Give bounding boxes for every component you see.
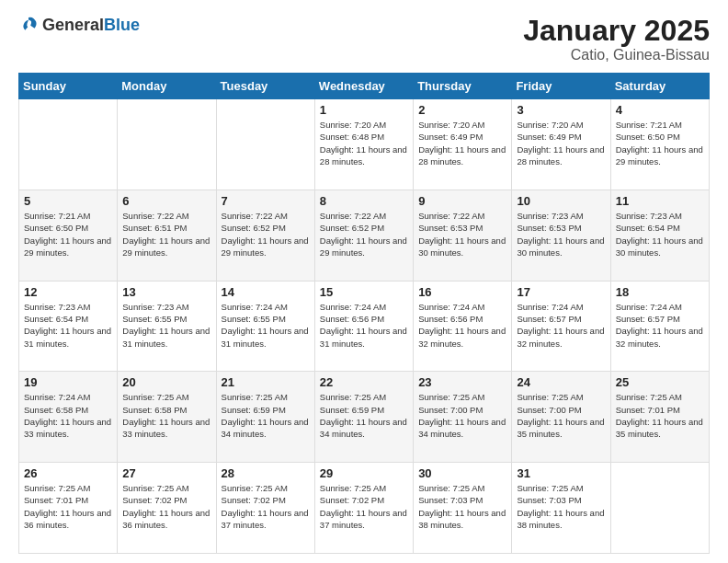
col-tuesday: Tuesday <box>216 74 314 99</box>
page-title: January 2025 <box>523 15 710 47</box>
day-info: Sunrise: 7:23 AMSunset: 6:53 PMDaylight:… <box>517 210 605 259</box>
calendar-cell: 1Sunrise: 7:20 AMSunset: 6:48 PMDaylight… <box>314 99 413 190</box>
day-info: Sunrise: 7:24 AMSunset: 6:57 PMDaylight:… <box>616 301 704 350</box>
calendar-header-row: Sunday Monday Tuesday Wednesday Thursday… <box>19 74 710 99</box>
calendar-cell: 4Sunrise: 7:21 AMSunset: 6:50 PMDaylight… <box>610 99 709 190</box>
calendar-cell: 30Sunrise: 7:25 AMSunset: 7:03 PMDayligh… <box>414 463 512 554</box>
day-info: Sunrise: 7:22 AMSunset: 6:53 PMDaylight:… <box>418 210 506 259</box>
calendar-cell: 20Sunrise: 7:25 AMSunset: 6:58 PMDayligh… <box>118 372 216 463</box>
calendar-cell <box>19 99 118 190</box>
calendar-cell: 28Sunrise: 7:25 AMSunset: 7:02 PMDayligh… <box>216 463 314 554</box>
day-number: 19 <box>24 375 112 389</box>
calendar-cell: 17Sunrise: 7:24 AMSunset: 6:57 PMDayligh… <box>512 281 610 372</box>
calendar-cell: 3Sunrise: 7:20 AMSunset: 6:49 PMDaylight… <box>512 99 610 190</box>
day-info: Sunrise: 7:25 AMSunset: 7:02 PMDaylight:… <box>122 482 210 531</box>
day-info: Sunrise: 7:25 AMSunset: 7:02 PMDaylight:… <box>222 482 310 531</box>
calendar-cell: 15Sunrise: 7:24 AMSunset: 6:56 PMDayligh… <box>314 281 413 372</box>
day-number: 28 <box>222 466 310 480</box>
day-number: 24 <box>517 375 605 389</box>
calendar-week-row: 26Sunrise: 7:25 AMSunset: 7:01 PMDayligh… <box>19 463 710 554</box>
day-info: Sunrise: 7:25 AMSunset: 6:59 PMDaylight:… <box>222 391 310 440</box>
calendar-cell: 9Sunrise: 7:22 AMSunset: 6:53 PMDaylight… <box>414 190 512 281</box>
day-info: Sunrise: 7:25 AMSunset: 7:03 PMDaylight:… <box>517 482 605 531</box>
calendar-cell <box>610 463 709 554</box>
day-info: Sunrise: 7:24 AMSunset: 6:56 PMDaylight:… <box>320 301 408 350</box>
calendar-cell: 12Sunrise: 7:23 AMSunset: 6:54 PMDayligh… <box>19 281 118 372</box>
day-number: 3 <box>517 103 605 117</box>
day-number: 14 <box>222 285 310 299</box>
day-info: Sunrise: 7:25 AMSunset: 7:00 PMDaylight:… <box>418 391 506 440</box>
day-info: Sunrise: 7:24 AMSunset: 6:57 PMDaylight:… <box>517 301 605 350</box>
day-number: 5 <box>24 194 112 208</box>
day-info: Sunrise: 7:25 AMSunset: 7:01 PMDaylight:… <box>24 482 112 531</box>
day-number: 15 <box>320 285 408 299</box>
day-info: Sunrise: 7:25 AMSunset: 6:59 PMDaylight:… <box>320 391 408 440</box>
title-block: January 2025 Catio, Guinea-Bissau <box>523 15 710 63</box>
calendar-cell: 31Sunrise: 7:25 AMSunset: 7:03 PMDayligh… <box>512 463 610 554</box>
calendar-week-row: 19Sunrise: 7:24 AMSunset: 6:58 PMDayligh… <box>19 372 710 463</box>
day-info: Sunrise: 7:20 AMSunset: 6:49 PMDaylight:… <box>418 119 506 167</box>
day-number: 21 <box>222 375 310 389</box>
day-info: Sunrise: 7:23 AMSunset: 6:55 PMDaylight:… <box>122 301 210 350</box>
calendar-cell: 5Sunrise: 7:21 AMSunset: 6:50 PMDaylight… <box>19 190 118 281</box>
day-number: 6 <box>122 194 210 208</box>
day-number: 9 <box>418 194 506 208</box>
page: GeneralBlue January 2025 Catio, Guinea-B… <box>0 0 728 563</box>
day-info: Sunrise: 7:24 AMSunset: 6:56 PMDaylight:… <box>418 301 506 350</box>
day-number: 12 <box>24 285 112 299</box>
day-number: 27 <box>122 466 210 480</box>
col-wednesday: Wednesday <box>314 74 413 99</box>
day-info: Sunrise: 7:21 AMSunset: 6:50 PMDaylight:… <box>616 119 704 167</box>
calendar-cell: 24Sunrise: 7:25 AMSunset: 7:00 PMDayligh… <box>512 372 610 463</box>
calendar-cell: 23Sunrise: 7:25 AMSunset: 7:00 PMDayligh… <box>414 372 512 463</box>
calendar-week-row: 12Sunrise: 7:23 AMSunset: 6:54 PMDayligh… <box>19 281 710 372</box>
logo-general: General <box>42 16 104 34</box>
logo: GeneralBlue <box>18 15 140 35</box>
calendar-cell: 10Sunrise: 7:23 AMSunset: 6:53 PMDayligh… <box>512 190 610 281</box>
header: GeneralBlue January 2025 Catio, Guinea-B… <box>18 15 710 63</box>
day-number: 11 <box>616 194 704 208</box>
calendar-cell: 8Sunrise: 7:22 AMSunset: 6:52 PMDaylight… <box>314 190 413 281</box>
calendar-cell: 18Sunrise: 7:24 AMSunset: 6:57 PMDayligh… <box>610 281 709 372</box>
calendar-cell <box>216 99 314 190</box>
day-info: Sunrise: 7:24 AMSunset: 6:55 PMDaylight:… <box>222 301 310 350</box>
day-number: 7 <box>222 194 310 208</box>
calendar-cell: 7Sunrise: 7:22 AMSunset: 6:52 PMDaylight… <box>216 190 314 281</box>
day-info: Sunrise: 7:20 AMSunset: 6:49 PMDaylight:… <box>517 119 605 167</box>
day-info: Sunrise: 7:25 AMSunset: 7:01 PMDaylight:… <box>616 391 704 440</box>
day-info: Sunrise: 7:22 AMSunset: 6:52 PMDaylight:… <box>222 210 310 259</box>
calendar-cell: 21Sunrise: 7:25 AMSunset: 6:59 PMDayligh… <box>216 372 314 463</box>
day-number: 13 <box>122 285 210 299</box>
calendar-week-row: 5Sunrise: 7:21 AMSunset: 6:50 PMDaylight… <box>19 190 710 281</box>
calendar-week-row: 1Sunrise: 7:20 AMSunset: 6:48 PMDaylight… <box>19 99 710 190</box>
day-number: 20 <box>122 375 210 389</box>
calendar-cell: 29Sunrise: 7:25 AMSunset: 7:02 PMDayligh… <box>314 463 413 554</box>
calendar-cell: 16Sunrise: 7:24 AMSunset: 6:56 PMDayligh… <box>414 281 512 372</box>
day-info: Sunrise: 7:22 AMSunset: 6:52 PMDaylight:… <box>320 210 408 259</box>
day-info: Sunrise: 7:23 AMSunset: 6:54 PMDaylight:… <box>24 301 112 350</box>
day-number: 26 <box>24 466 112 480</box>
day-number: 31 <box>517 466 605 480</box>
day-number: 18 <box>616 285 704 299</box>
logo-blue: Blue <box>104 16 140 34</box>
day-number: 22 <box>320 375 408 389</box>
calendar-cell: 13Sunrise: 7:23 AMSunset: 6:55 PMDayligh… <box>118 281 216 372</box>
day-info: Sunrise: 7:21 AMSunset: 6:50 PMDaylight:… <box>24 210 112 259</box>
day-number: 23 <box>418 375 506 389</box>
col-thursday: Thursday <box>414 74 512 99</box>
day-number: 16 <box>418 285 506 299</box>
day-info: Sunrise: 7:24 AMSunset: 6:58 PMDaylight:… <box>24 391 112 440</box>
calendar-cell: 14Sunrise: 7:24 AMSunset: 6:55 PMDayligh… <box>216 281 314 372</box>
calendar-cell: 26Sunrise: 7:25 AMSunset: 7:01 PMDayligh… <box>19 463 118 554</box>
calendar-cell <box>118 99 216 190</box>
day-info: Sunrise: 7:23 AMSunset: 6:54 PMDaylight:… <box>616 210 704 259</box>
day-number: 2 <box>418 103 506 117</box>
calendar-cell: 27Sunrise: 7:25 AMSunset: 7:02 PMDayligh… <box>118 463 216 554</box>
page-subtitle: Catio, Guinea-Bissau <box>523 47 710 63</box>
col-monday: Monday <box>118 74 216 99</box>
calendar-cell: 11Sunrise: 7:23 AMSunset: 6:54 PMDayligh… <box>610 190 709 281</box>
day-info: Sunrise: 7:25 AMSunset: 7:00 PMDaylight:… <box>517 391 605 440</box>
calendar-cell: 6Sunrise: 7:22 AMSunset: 6:51 PMDaylight… <box>118 190 216 281</box>
calendar-cell: 2Sunrise: 7:20 AMSunset: 6:49 PMDaylight… <box>414 99 512 190</box>
day-info: Sunrise: 7:25 AMSunset: 6:58 PMDaylight:… <box>122 391 210 440</box>
